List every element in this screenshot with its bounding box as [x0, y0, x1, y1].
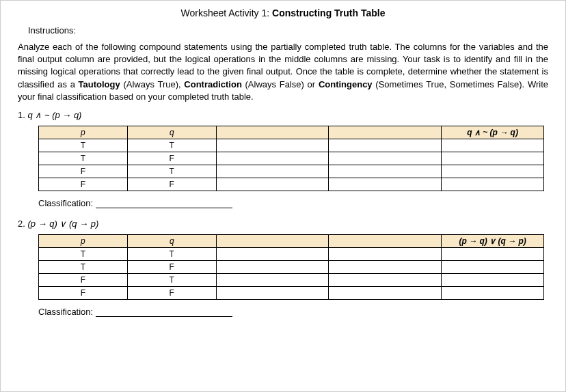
table-row: T T [39, 247, 544, 260]
worksheet-title: Worksheet Activity 1: Constructing Truth… [8, 8, 558, 18]
cell-p: F [39, 178, 128, 191]
classification-1: Classification: [38, 198, 548, 208]
instructions-contingency: Contingency [319, 79, 373, 89]
problem-2: 2. (p → q) ∨ (q → p) p q (p → q) ∨ (q → … [18, 219, 548, 317]
instructions-contradiction: Contradiction [184, 79, 242, 89]
table-row: F F [39, 286, 544, 299]
header-p: p [39, 234, 128, 247]
problem-2-label: 2. (p → q) ∨ (q → p) [18, 219, 548, 229]
cell-final [442, 152, 544, 165]
cell-mid2 [329, 286, 442, 299]
cell-mid2 [329, 178, 442, 191]
table-row: F T [39, 273, 544, 286]
cell-mid1 [216, 178, 329, 191]
title-prefix: Worksheet Activity 1: [181, 8, 273, 18]
blank-line [96, 316, 232, 317]
problem-1: 1. q ∧ ~ (p → q) p q q ∧ ~ (p → q) T T T… [18, 110, 548, 208]
problem-2-expr: (p → q) ∨ (q → p) [27, 219, 98, 229]
blank-line [96, 208, 232, 208]
cell-final [442, 165, 544, 178]
cell-mid1 [216, 139, 329, 152]
problem-1-expr: q ∧ ~ (p → q) [27, 110, 81, 120]
table-row: T T [39, 139, 544, 152]
header-mid2 [329, 234, 442, 247]
cell-final [442, 178, 544, 191]
title-bold: Constructing Truth Table [272, 8, 385, 18]
problem-1-number: 1. [18, 110, 27, 120]
cell-mid2 [329, 260, 442, 273]
table-row: T F [39, 152, 544, 165]
cell-p: F [39, 165, 128, 178]
cell-final [442, 247, 544, 260]
table-header-row: p q (p → q) ∨ (q → p) [39, 234, 544, 247]
cell-q: T [127, 247, 216, 260]
cell-p: F [39, 286, 128, 299]
cell-mid1 [216, 286, 329, 299]
instructions-mid1: (Always True), [120, 79, 185, 89]
cell-final [442, 260, 544, 273]
header-mid1 [216, 234, 329, 247]
cell-q: F [127, 286, 216, 299]
header-p: p [39, 126, 128, 139]
instructions-mid2: (Always False) or [242, 79, 319, 89]
cell-mid1 [216, 152, 329, 165]
cell-mid1 [216, 273, 329, 286]
cell-p: T [39, 260, 128, 273]
table-row: F T [39, 165, 544, 178]
table-header-row: p q q ∧ ~ (p → q) [39, 126, 544, 139]
header-final: (p → q) ∨ (q → p) [442, 234, 544, 247]
header-final: q ∧ ~ (p → q) [442, 126, 544, 139]
table-row: T F [39, 260, 544, 273]
cell-mid1 [216, 247, 329, 260]
header-mid2 [329, 126, 442, 139]
problem-2-number: 2. [18, 219, 27, 229]
cell-q: F [127, 178, 216, 191]
header-mid1 [216, 126, 329, 139]
header-q: q [127, 126, 216, 139]
cell-mid2 [329, 152, 442, 165]
cell-final [442, 273, 544, 286]
classification-2: Classification: [38, 307, 548, 317]
classification-label: Classification: [38, 198, 93, 208]
cell-p: T [39, 152, 128, 165]
instructions-tautology: Tautology [79, 79, 120, 89]
table-row: F F [39, 178, 544, 191]
instructions-label: Instructions: [28, 25, 558, 36]
instructions-text: Analyze each of the following compound s… [18, 41, 548, 103]
cell-mid2 [329, 165, 442, 178]
problem-1-label: 1. q ∧ ~ (p → q) [18, 110, 548, 120]
cell-p: T [39, 139, 128, 152]
cell-q: T [127, 165, 216, 178]
cell-mid2 [329, 139, 442, 152]
cell-q: T [127, 139, 216, 152]
truth-table-1: p q q ∧ ~ (p → q) T T T F F T [38, 126, 544, 191]
cell-mid2 [329, 273, 442, 286]
cell-p: F [39, 273, 128, 286]
truth-table-2: p q (p → q) ∨ (q → p) T T T F F T [38, 234, 544, 300]
cell-final [442, 286, 544, 299]
cell-final [442, 139, 544, 152]
cell-p: T [39, 247, 128, 260]
header-q: q [127, 234, 216, 247]
cell-q: F [127, 260, 216, 273]
cell-q: F [127, 152, 216, 165]
cell-mid2 [329, 247, 442, 260]
cell-mid1 [216, 260, 329, 273]
classification-label: Classification: [38, 307, 93, 317]
cell-q: T [127, 273, 216, 286]
cell-mid1 [216, 165, 329, 178]
